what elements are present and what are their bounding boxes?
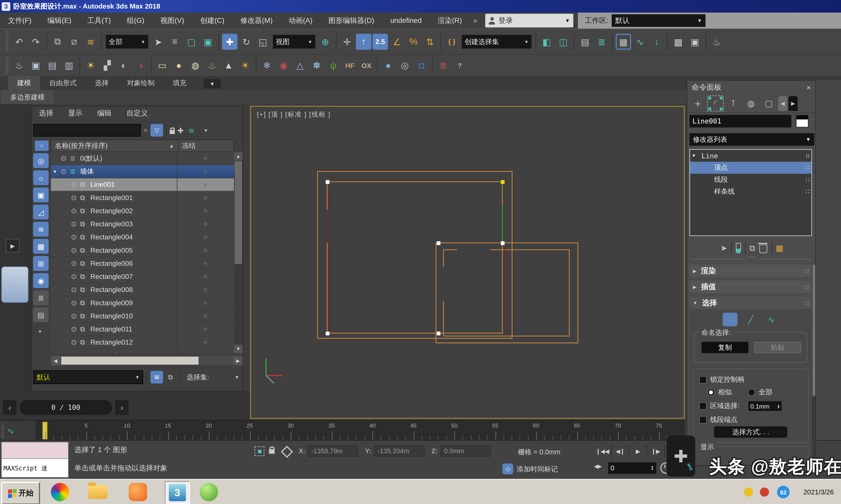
active-layer-dropdown[interactable]: 默认 ▼ bbox=[33, 370, 143, 384]
area-threshold-spinner[interactable]: 0.1mm ▲▼ bbox=[749, 401, 782, 411]
select-and-link-icon[interactable]: ⧉ bbox=[50, 34, 65, 50]
search-input[interactable] bbox=[33, 124, 141, 137]
render-frame-window-icon[interactable]: ▤ bbox=[45, 57, 60, 73]
filter-helpers-icon[interactable]: ◿ bbox=[33, 205, 49, 219]
explorer-menu-选择[interactable]: 选择 bbox=[39, 109, 53, 118]
freeze-toggle-icon[interactable]: ✳ bbox=[177, 312, 234, 320]
configure-modifier-sets-icon[interactable]: ▦ bbox=[776, 244, 783, 252]
absolute-offset-icon[interactable] bbox=[281, 446, 293, 458]
tabs-scroll-left-icon[interactable]: ◀ bbox=[778, 96, 787, 111]
window-crossing-icon[interactable]: ▣ bbox=[200, 34, 216, 50]
light-lister-icon[interactable]: ☀ bbox=[83, 57, 98, 73]
exposure-control-icon[interactable]: ▥ bbox=[61, 57, 77, 73]
tab-motion[interactable]: ◍ bbox=[743, 95, 759, 111]
scroll-left-icon[interactable]: ◀ bbox=[51, 356, 60, 365]
sun-light-icon[interactable]: ☀ bbox=[238, 57, 253, 73]
filter-cameras-icon[interactable]: ▣ bbox=[33, 187, 49, 202]
visibility-eye-icon[interactable]: ⊙ bbox=[71, 259, 80, 268]
all-radio[interactable] bbox=[748, 389, 755, 396]
tab-display[interactable]: ▢ bbox=[760, 95, 777, 111]
polygon-modeling-panel[interactable]: 多边形建模 bbox=[1, 90, 54, 104]
scene-row-Rectangle011[interactable]: ⊙⧉Rectangle011✳ bbox=[51, 323, 234, 336]
select-move-icon[interactable]: ✚ bbox=[222, 34, 238, 50]
freeze-toggle-icon[interactable]: ✳ bbox=[177, 273, 234, 280]
taskbar-app-folder[interactable] bbox=[86, 481, 110, 503]
spheres-icon[interactable]: ◉ bbox=[276, 57, 291, 73]
rollout-selection[interactable]: ▼选择∷ bbox=[689, 297, 812, 309]
visibility-eye-icon[interactable]: ⊙ bbox=[71, 338, 80, 346]
ox-icon[interactable]: OX bbox=[359, 57, 374, 73]
rail-expand-button[interactable]: ▶ bbox=[6, 239, 19, 253]
visibility-eye-icon[interactable]: ⊙ bbox=[71, 194, 80, 202]
reference-coordinate-dropdown[interactable]: 视图▼ bbox=[273, 35, 315, 49]
cone-light-icon[interactable]: ▲ bbox=[221, 57, 236, 73]
freeze-toggle-icon[interactable]: ✳ bbox=[177, 207, 234, 215]
frame-counter[interactable]: 0 / 100 bbox=[19, 400, 112, 415]
spline-mode-icon[interactable]: ∿ bbox=[764, 313, 778, 326]
taskbar-app-3dsmax[interactable]: 3 bbox=[165, 481, 190, 504]
scene-row-Rectangle009[interactable]: ⊙⧉Rectangle009✳ bbox=[51, 297, 234, 310]
menu-item-编辑(E)[interactable]: 编辑(E) bbox=[39, 13, 80, 29]
list-vertical-scrollbar[interactable]: ▲ ▼ bbox=[234, 152, 243, 353]
tab-hierarchy[interactable]: ⊺ bbox=[725, 95, 742, 111]
layer-manager-icon[interactable]: ▤ bbox=[577, 34, 593, 50]
similar-radio[interactable] bbox=[707, 389, 715, 396]
hierarchy-mode-icon[interactable]: ⧉ bbox=[164, 371, 177, 383]
layer-mode-icon[interactable]: ≋ bbox=[151, 371, 163, 383]
rectangular-selection-icon[interactable]: ▢ bbox=[184, 34, 199, 50]
unlink-selection-icon[interactable]: ⧄ bbox=[66, 34, 82, 50]
visibility-eye-icon[interactable]: ⊙ bbox=[71, 246, 80, 254]
camera-red-icon[interactable]: ◑ bbox=[133, 57, 148, 73]
selection-filter-dropdown[interactable]: 全部▼ bbox=[106, 35, 148, 49]
spinner-snap-icon[interactable]: ⇅ bbox=[422, 34, 438, 50]
object-name-field[interactable]: Line001 bbox=[689, 115, 791, 127]
clear-search-icon[interactable]: × bbox=[144, 126, 148, 134]
docked-panel-handle[interactable] bbox=[1, 266, 29, 303]
freeze-toggle-icon[interactable]: ✳ bbox=[177, 286, 234, 293]
flower-icon[interactable]: ✽ bbox=[309, 57, 324, 73]
visibility-eye-icon[interactable]: ⊙ bbox=[71, 286, 80, 294]
ribbon-toggle-icon[interactable]: ≣ bbox=[594, 34, 610, 50]
freeze-toggle-icon[interactable]: ✳ bbox=[177, 339, 234, 346]
visibility-eye-icon[interactable]: ⊙ bbox=[61, 167, 70, 176]
filter-shapes-icon[interactable]: ◎ bbox=[33, 153, 49, 168]
align-icon[interactable]: ◫ bbox=[555, 34, 571, 50]
track-bar-timeline[interactable]: ∿ 51015202530354045505560657075 bbox=[0, 420, 685, 440]
list-column-headers[interactable]: ○ 名称(按升序排序) ▲ 冻结 bbox=[51, 140, 234, 152]
bind-to-space-warp-icon[interactable]: ≋ bbox=[83, 34, 98, 50]
visibility-eye-icon[interactable]: ⊙ bbox=[71, 207, 80, 215]
freeze-toggle-icon[interactable]: ✳ bbox=[177, 181, 234, 188]
layers-icon[interactable]: ≋ bbox=[188, 126, 194, 134]
menu-item-文件(F)[interactable]: 文件(F) bbox=[0, 13, 39, 29]
filter-list-icon[interactable]: ≣ bbox=[33, 290, 49, 305]
render-setup-icon[interactable]: ▩ bbox=[671, 34, 686, 50]
more-options-arrow-icon[interactable]: ▼ bbox=[204, 128, 208, 133]
sort-ascending-icon[interactable]: ▲ bbox=[169, 143, 174, 148]
mirror-icon[interactable]: ◧ bbox=[539, 34, 554, 50]
visibility-eye-icon[interactable]: ⊙ bbox=[71, 312, 80, 320]
tray-icon-red[interactable] bbox=[760, 488, 769, 497]
redo-icon[interactable]: ↷ bbox=[28, 34, 44, 50]
login-button[interactable]: 登录 ▼ bbox=[485, 14, 573, 28]
show-end-result-icon[interactable] bbox=[736, 243, 741, 253]
snap-toggle-icon[interactable]: ↑ bbox=[356, 34, 372, 50]
command-panel-header[interactable]: 命令面板 × bbox=[687, 80, 816, 94]
scene-row-Rectangle003[interactable]: ⊙⧉Rectangle003✳ bbox=[51, 218, 234, 231]
scene-row-墙体[interactable]: ▼⊙≣墙体✳ bbox=[51, 165, 234, 178]
visibility-eye-icon[interactable]: ⊙ bbox=[71, 273, 80, 281]
scene-row-Rectangle002[interactable]: ⊙⧉Rectangle002✳ bbox=[51, 205, 234, 218]
time-slider-marker[interactable] bbox=[42, 422, 48, 439]
maxscript-mini-listener[interactable]: MAXScript 迷 bbox=[1, 442, 69, 479]
freeze-toggle-icon[interactable]: ✳ bbox=[177, 155, 234, 162]
filter-xrefs-icon[interactable]: ⊞ bbox=[33, 256, 49, 271]
list-horizontal-scrollbar[interactable]: ◀ ▶ bbox=[51, 356, 243, 366]
make-unique-icon[interactable]: ⧉ bbox=[750, 243, 755, 253]
taskbar-app-green[interactable] bbox=[197, 481, 221, 503]
visibility-eye-icon[interactable]: ⊙ bbox=[71, 352, 80, 353]
area-selection-checkbox[interactable] bbox=[699, 402, 707, 410]
stack-item-顶点[interactable]: 顶点∷ bbox=[690, 162, 811, 174]
top-viewport[interactable]: [+] [顶 ] [标准 ] [线框 ] bbox=[250, 106, 685, 419]
tray-icon-yellow[interactable] bbox=[744, 488, 753, 497]
z-coordinate-field[interactable]: 0.0mm bbox=[441, 445, 491, 457]
sphere-light-icon[interactable]: ● bbox=[171, 57, 187, 73]
